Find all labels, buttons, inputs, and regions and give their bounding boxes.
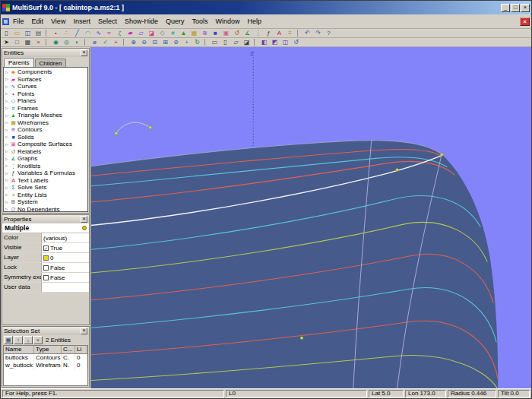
expander-icon[interactable]: ▷ (4, 142, 10, 147)
property-row[interactable]: Lock False (2, 263, 89, 273)
entity-list-icon[interactable]: ≡ (285, 29, 295, 37)
rotate-view-icon[interactable]: ↻ (192, 38, 202, 46)
checkbox[interactable] (43, 275, 49, 280)
show-icon[interactable]: ◉ (51, 38, 61, 46)
expander-icon[interactable]: ▷ (4, 207, 10, 211)
display-mode-icon[interactable]: ◧ (259, 38, 269, 46)
tree-item-relabels[interactable]: ▷ ↺ Relabels (4, 148, 87, 156)
property-row[interactable]: Color (various) (2, 233, 89, 243)
shade-icon[interactable]: ◩ (270, 38, 280, 46)
expander-icon[interactable]: ▷ (4, 200, 10, 204)
knotlist-icon[interactable]: ⋮ (253, 29, 263, 37)
ccurve-icon[interactable]: ≈ (104, 29, 114, 37)
tree-item-no-dependents[interactable]: ▷ ∅ No Dependents (4, 206, 87, 213)
tree-item-curves[interactable]: ▷ ∿ Curves (4, 83, 87, 90)
composite-surface-icon[interactable]: ▣ (221, 29, 231, 37)
maximize-button[interactable]: □ (511, 4, 520, 12)
menu-view[interactable]: View (47, 17, 69, 26)
expander-icon[interactable]: ▷ (4, 77, 10, 81)
surface-icon[interactable]: ▰ (125, 29, 135, 37)
close-icon[interactable]: × (81, 328, 87, 334)
selection-row[interactable]: buttocks Contours C. 0 (4, 354, 87, 362)
property-row[interactable]: Visible ✓ True (2, 243, 89, 253)
menu-tools[interactable]: Tools (188, 17, 211, 26)
tree-item-text-labels[interactable]: ▷ A Text Labels (4, 177, 87, 185)
close-icon[interactable]: × (81, 216, 87, 223)
solid-icon[interactable]: ■ (211, 29, 220, 37)
graph-icon[interactable]: ∡ (242, 29, 252, 37)
column-c[interactable]: C... (62, 346, 75, 353)
expander-icon[interactable]: ▷ (4, 128, 10, 132)
select-all-icon[interactable]: ▦ (23, 38, 33, 46)
query-icon[interactable]: ✓ (100, 38, 110, 46)
expander-icon[interactable]: ▷ (4, 106, 10, 110)
expander-icon[interactable]: ▷ (4, 178, 10, 182)
property-value[interactable]: ✓ True (42, 243, 89, 252)
property-row[interactable]: Symmetry exempt False (2, 273, 89, 283)
checkbox[interactable]: ✓ (43, 245, 49, 251)
close-button[interactable]: × (521, 4, 530, 12)
locate-icon[interactable]: + (111, 38, 121, 46)
tree-item-solids[interactable]: ▷ ■ Solids (4, 134, 87, 141)
undo-icon[interactable]: ↶ (302, 29, 312, 37)
tree-item-entity-lists[interactable]: ▷ ≡ Entity Lists (4, 192, 87, 199)
expander-icon[interactable]: ▷ (4, 99, 10, 103)
menu-show-hide[interactable]: Show-Hide (121, 17, 162, 26)
checkbox[interactable] (43, 265, 49, 271)
zoom-out-icon[interactable]: ⊖ (139, 38, 149, 46)
move-up-icon[interactable]: ↑ (14, 336, 23, 344)
select-window-icon[interactable]: □ (12, 38, 22, 46)
expander-icon[interactable]: ▷ (4, 192, 10, 197)
selection-row[interactable]: w_buttock Wireframe N. 0 (4, 362, 87, 369)
expander-icon[interactable]: ▷ (4, 163, 10, 168)
menu-query[interactable]: Query (162, 17, 188, 26)
minimize-button[interactable]: _ (501, 4, 510, 12)
contour-icon[interactable]: ≋ (200, 29, 210, 37)
new-file-icon[interactable]: ▯ (2, 29, 11, 37)
remove-icon[interactable]: × (33, 336, 43, 344)
zoom-previous-icon[interactable]: ⊘ (171, 38, 181, 46)
viewport-canvas[interactable]: Z (91, 47, 531, 388)
property-value[interactable]: False (42, 273, 89, 282)
print-icon[interactable]: ▤ (33, 29, 43, 37)
tree-item-knotlists[interactable]: ▷ ⋮ Knotlists (4, 163, 87, 170)
expander-icon[interactable]: ▷ (4, 149, 10, 154)
wireframe-icon[interactable]: ▦ (189, 29, 199, 37)
tree-item-surfaces[interactable]: ▷ ▰ Surfaces (4, 76, 87, 84)
frame-icon[interactable]: # (168, 29, 178, 37)
menu-window[interactable]: Window (211, 17, 243, 26)
expander-icon[interactable]: ▷ (4, 70, 10, 74)
relabel-icon[interactable]: ↺ (232, 29, 242, 37)
viewport[interactable]: Z (91, 47, 531, 388)
expander-icon[interactable]: ▷ (4, 91, 10, 96)
measure-icon[interactable]: ⌀ (90, 38, 100, 46)
zoom-fit-icon[interactable]: ⊞ (160, 38, 170, 46)
line-icon[interactable]: ╱ (72, 29, 82, 37)
help-icon[interactable]: ? (324, 29, 334, 37)
tab-parents[interactable]: Parents (4, 58, 34, 67)
close-icon[interactable]: × (81, 49, 87, 56)
zoom-in-icon[interactable]: ⊕ (128, 38, 138, 46)
property-row[interactable]: Layer 0 (2, 253, 89, 263)
expander-icon[interactable]: ▷ (4, 171, 10, 176)
expander-icon[interactable]: ▷ (4, 185, 10, 190)
redo-icon[interactable]: ↷ (313, 29, 323, 37)
trimesh-icon[interactable]: ▲ (179, 29, 188, 37)
tree-item-points[interactable]: ▷ • Points (4, 90, 87, 98)
tab-children[interactable]: Children (35, 59, 67, 67)
save-icon[interactable]: ◫ (23, 29, 33, 37)
tree-item-planes[interactable]: ▷ ◇ Planes (4, 97, 87, 105)
expander-icon[interactable]: ▷ (4, 84, 10, 89)
visibility-icon[interactable]: ◐ (72, 38, 82, 46)
menu-edit[interactable]: Edit (28, 17, 48, 26)
property-row[interactable]: User data (2, 283, 89, 293)
formula-icon[interactable]: ƒ (264, 29, 274, 37)
plane-icon[interactable]: ◇ (157, 29, 167, 37)
swept-surface-icon[interactable]: ◪ (147, 29, 157, 37)
snake-icon[interactable]: ζ (115, 29, 125, 37)
tree-item-wireframes[interactable]: ▷ ▦ Wireframes (4, 119, 87, 127)
expander-icon[interactable]: ▷ (4, 120, 10, 125)
arc-icon[interactable]: ◠ (83, 29, 93, 37)
property-value[interactable] (42, 283, 89, 292)
view-side-icon[interactable]: ▯ (220, 38, 230, 46)
